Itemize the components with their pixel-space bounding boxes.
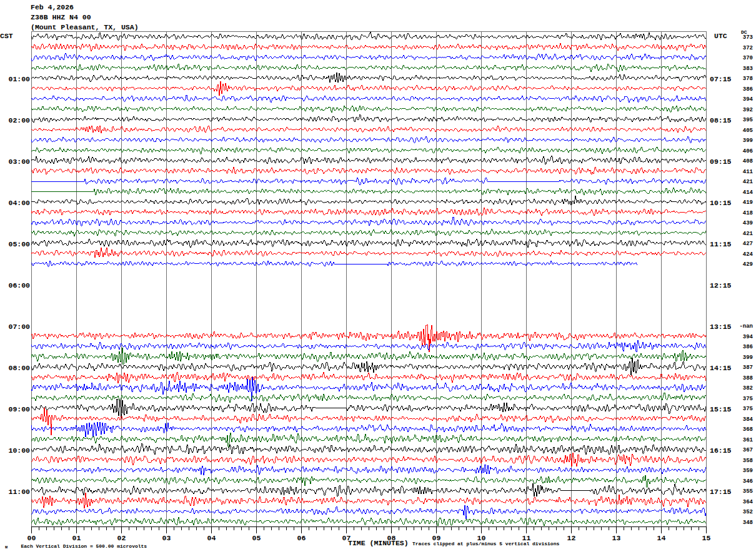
svg-text:375: 375 — [743, 406, 753, 412]
svg-text:429: 429 — [743, 261, 753, 268]
svg-text:358: 358 — [743, 458, 753, 464]
svg-text:421: 421 — [743, 231, 754, 237]
svg-text:CST: CST — [0, 32, 13, 40]
svg-text:405: 405 — [743, 128, 753, 134]
svg-text:372: 372 — [743, 45, 753, 51]
svg-text:05:00: 05:00 — [8, 240, 30, 248]
svg-text:394: 394 — [743, 334, 754, 340]
svg-text:352: 352 — [743, 509, 753, 515]
svg-text:439: 439 — [743, 220, 753, 226]
svg-text:14: 14 — [657, 534, 666, 542]
svg-text:01: 01 — [72, 534, 81, 542]
svg-text:15: 15 — [702, 534, 711, 542]
svg-text:13: 13 — [612, 534, 621, 542]
svg-text:17:15: 17:15 — [710, 488, 732, 496]
svg-text:373: 373 — [743, 34, 753, 41]
svg-text:00: 00 — [27, 534, 36, 542]
svg-text:12: 12 — [567, 534, 576, 542]
svg-text:424: 424 — [743, 251, 754, 258]
svg-text:03: 03 — [162, 534, 171, 542]
svg-text:04:00: 04:00 — [8, 199, 30, 207]
svg-text:02: 02 — [117, 534, 126, 542]
svg-text:399: 399 — [743, 355, 753, 361]
svg-text:09:00: 09:00 — [8, 405, 30, 413]
svg-text:346: 346 — [743, 478, 753, 485]
svg-text:387: 387 — [743, 365, 753, 371]
svg-text:03:00: 03:00 — [8, 158, 30, 166]
svg-text:15:15: 15:15 — [710, 405, 732, 413]
svg-text:386: 386 — [743, 86, 753, 93]
svg-text:Feb 4,2026: Feb 4,2026 — [31, 3, 74, 11]
svg-text:359: 359 — [743, 468, 753, 474]
svg-text:м: м — [5, 545, 7, 550]
svg-text:355: 355 — [743, 488, 753, 495]
svg-text:384: 384 — [743, 416, 754, 423]
svg-text:414: 414 — [743, 189, 754, 196]
svg-text:08:00: 08:00 — [8, 364, 30, 372]
svg-text:11:15: 11:15 — [710, 240, 732, 248]
svg-text:01:00: 01:00 — [8, 75, 30, 83]
svg-text:(Mount Pleasant, TX, USA): (Mount Pleasant, TX, USA) — [31, 23, 139, 31]
svg-text:421: 421 — [743, 179, 754, 185]
svg-text:13:15: 13:15 — [710, 323, 732, 331]
svg-text:364: 364 — [743, 499, 754, 505]
svg-text:388: 388 — [743, 375, 753, 381]
svg-text:378: 378 — [743, 76, 753, 82]
svg-text:367: 367 — [743, 447, 753, 453]
svg-text:Z38B HHZ N4 00: Z38B HHZ N4 00 — [31, 13, 91, 21]
svg-text:368: 368 — [743, 426, 753, 433]
svg-text:411: 411 — [743, 169, 754, 175]
svg-text:TIME (MINUTES): TIME (MINUTES) — [348, 539, 409, 547]
svg-text:-nan: -nan — [739, 323, 753, 330]
svg-text:408: 408 — [743, 158, 753, 164]
svg-text:14:15: 14:15 — [710, 364, 732, 372]
svg-text:10:00: 10:00 — [8, 446, 30, 455]
svg-text:UTC: UTC — [714, 32, 727, 40]
svg-text:04: 04 — [207, 534, 216, 542]
svg-text:419: 419 — [743, 199, 753, 206]
svg-text:392: 392 — [743, 107, 753, 113]
svg-text:05: 05 — [252, 534, 261, 542]
svg-text:418: 418 — [743, 210, 753, 216]
svg-text:07:00: 07:00 — [8, 323, 30, 331]
svg-text:02:00: 02:00 — [8, 116, 30, 124]
svg-text:06:00: 06:00 — [8, 281, 30, 290]
svg-text:08:15: 08:15 — [710, 116, 732, 124]
svg-text:12:15: 12:15 — [710, 281, 732, 290]
svg-text:348: 348 — [743, 520, 753, 526]
svg-text:11:00: 11:00 — [8, 488, 30, 496]
svg-text:16:15: 16:15 — [710, 446, 732, 455]
svg-text:07:15: 07:15 — [710, 75, 732, 83]
svg-text:406: 406 — [743, 148, 753, 154]
svg-text:382: 382 — [743, 385, 753, 391]
svg-text:427: 427 — [743, 241, 753, 247]
svg-text:10:15: 10:15 — [710, 199, 732, 207]
svg-text:Traces clipped at plus/minus 5: Traces clipped at plus/minus 5 vertical … — [412, 541, 559, 546]
svg-text:395: 395 — [743, 117, 753, 123]
svg-text:361: 361 — [743, 437, 754, 443]
svg-text:383: 383 — [743, 66, 753, 72]
svg-text:Each Vertical Division = 500.: Each Vertical Division = 500.00 microvol… — [21, 543, 147, 549]
svg-text:399: 399 — [743, 138, 753, 144]
svg-text:06: 06 — [297, 534, 306, 542]
svg-text:386: 386 — [743, 344, 753, 350]
svg-text:09:15: 09:15 — [710, 158, 732, 166]
svg-text:370: 370 — [743, 55, 753, 61]
svg-text:394: 394 — [743, 96, 754, 103]
svg-text:375: 375 — [743, 396, 753, 402]
